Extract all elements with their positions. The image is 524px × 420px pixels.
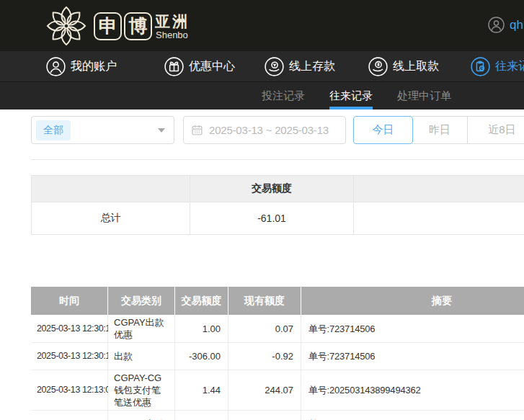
cell-amount: 1.44 — [175, 370, 228, 411]
table-row: 2025-03-13 12:13:07 CGPAY-CG钱包支付笔笔送优惠 1.… — [31, 370, 524, 411]
calendar-icon — [191, 124, 203, 136]
cell-amount: 240.00 — [175, 411, 228, 420]
cell-time: 2025-03-13 12:13:07 — [31, 411, 108, 420]
today-button[interactable]: 今日 — [353, 116, 413, 144]
table-header-row: 时间 交易类别 交易额度 现有额度 摘要 — [31, 287, 524, 315]
nav-item-transaction-records[interactable]: 往来记录 — [471, 57, 524, 76]
cell-amount: -306.00 — [175, 343, 228, 370]
user-account-area[interactable]: qh — [488, 17, 523, 33]
col-header-balance: 现有额度 — [228, 287, 301, 315]
cell-memo: 单号:202503143899494362 — [301, 411, 524, 420]
tab-transaction-records[interactable]: 往来记录 — [329, 82, 373, 110]
nav-label: 优惠中心 — [189, 59, 235, 74]
summary-total-amount: -61.01 — [190, 202, 354, 235]
records-icon — [471, 57, 490, 76]
nav-item-promotions[interactable]: 优惠中心 — [164, 57, 235, 76]
cell-amount: 1.00 — [175, 315, 228, 343]
table-row: 2025-03-13 12:30:18 出款 -306.00 -0.92 单号:… — [31, 343, 524, 370]
cell-memo: 单号:202503143899494362 — [301, 370, 524, 411]
cell-balance: 244.07 — [228, 370, 301, 411]
brand-region-label: 亚洲 — [155, 12, 190, 32]
summary-total-row: 总计 -61.01 — [32, 202, 524, 235]
cell-memo: 单号:723714506 — [301, 315, 524, 343]
transaction-records-page: 申 博 亚洲 Shenbo qh 我的账 — [0, 0, 524, 420]
summary-header-empty-right — [354, 176, 524, 202]
nav-item-my-account[interactable]: 我的账户 — [46, 57, 117, 76]
gift-icon — [164, 57, 184, 76]
cell-balance: 0.07 — [228, 315, 301, 343]
transactions-table: 时间 交易类别 交易额度 现有额度 摘要 2025-03-13 12:30:18… — [31, 287, 524, 420]
quick-date-button-group: 今日 昨日 近8日 — [353, 116, 524, 144]
summary-header-empty — [32, 176, 190, 202]
deposit-icon — [265, 57, 284, 76]
user-avatar-icon — [488, 17, 505, 33]
tab-betting-records[interactable]: 投注记录 — [262, 82, 305, 110]
account-icon — [46, 57, 66, 76]
nav-label: 往来记录 — [495, 59, 524, 74]
tab-pending-orders[interactable]: 处理中订单 — [397, 82, 451, 110]
nav-label: 线上存款 — [289, 59, 335, 74]
cell-time: 2025-03-13 12:30:18 — [31, 343, 108, 370]
yesterday-button[interactable]: 昨日 — [412, 116, 468, 144]
col-header-time: 时间 — [31, 287, 108, 315]
summary-total-label: 总计 — [32, 202, 190, 235]
chevron-down-icon — [158, 128, 165, 133]
username-text[interactable]: qh — [510, 18, 523, 32]
records-tab-bar: 投注记录 往来记录 处理中订单 — [0, 81, 524, 110]
brand-char-bo[interactable]: 博 — [124, 12, 152, 40]
main-navigation: 我的账户 优惠中心 — [0, 51, 524, 81]
transaction-type-select[interactable]: 全部 — [31, 116, 174, 144]
nav-label: 我的账户 — [71, 59, 117, 74]
table-row: 2025-03-13 12:13:07 CGPAY支付 240.00 242.6… — [31, 411, 524, 420]
col-header-memo: 摘要 — [301, 287, 524, 315]
summary-empty-cell — [354, 202, 524, 235]
cell-time: 2025-03-13 12:30:18 — [31, 315, 108, 343]
filter-divider — [31, 159, 524, 160]
col-header-amount: 交易额度 — [175, 287, 228, 315]
date-range-input[interactable]: 2025-03-13 ~ 2025-03-13 — [183, 116, 346, 144]
nav-item-online-deposit[interactable]: 线上存款 — [265, 57, 335, 76]
nav-item-online-withdraw[interactable]: 线上取款 — [368, 57, 439, 76]
col-header-type: 交易类别 — [108, 287, 175, 315]
withdraw-icon — [368, 57, 388, 76]
brand-name-en: Shenbo — [156, 30, 188, 40]
cell-type: CGPAY出款优惠 — [108, 315, 175, 343]
cell-balance: -0.92 — [228, 343, 301, 370]
cell-type: CGPAY支付 — [108, 411, 175, 420]
last-8-days-button[interactable]: 近8日 — [468, 116, 524, 144]
date-range-value: 2025-03-13 ~ 2025-03-13 — [209, 124, 329, 136]
brand-flower-icon[interactable] — [45, 4, 88, 48]
cell-balance: 242.63 — [228, 411, 301, 420]
summary-header-row: 交易额度 — [32, 176, 524, 202]
summary-header-amount: 交易额度 — [190, 176, 354, 202]
top-header-bar: 申 博 亚洲 Shenbo qh — [0, 0, 524, 51]
cell-type: CGPAY-CG钱包支付笔笔送优惠 — [108, 370, 175, 411]
summary-table: 交易额度 总计 -61.01 — [31, 175, 524, 235]
nav-label: 线上取款 — [393, 59, 439, 74]
cell-time: 2025-03-13 12:13:07 — [31, 370, 108, 411]
table-row: 2025-03-13 12:30:18 CGPAY出款优惠 1.00 0.07 … — [31, 315, 524, 343]
selected-type-chip[interactable]: 全部 — [36, 120, 71, 140]
cell-memo: 单号:723714506 — [301, 343, 524, 370]
cell-type: 出款 — [108, 343, 175, 370]
brand-char-shen[interactable]: 申 — [94, 12, 122, 40]
